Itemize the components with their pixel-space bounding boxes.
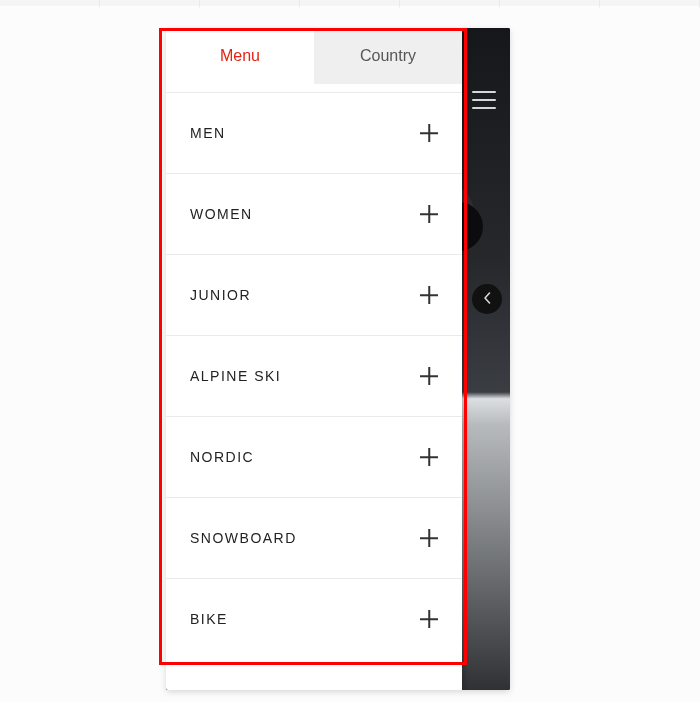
menu-list: MEN WOMEN JUNIOR ALPINE SKI NORDIC: [166, 84, 462, 690]
menu-item-men[interactable]: MEN: [166, 92, 462, 173]
top-ruler: [0, 0, 700, 8]
tab-menu[interactable]: Menu: [166, 28, 314, 84]
chevron-left-icon: [483, 290, 491, 308]
menu-item-nordic[interactable]: NORDIC: [166, 416, 462, 497]
plus-icon: [420, 529, 438, 547]
plus-icon: [420, 610, 438, 628]
slideout-menu-panel: Menu Country MEN WOMEN JUNIOR ALPINE: [166, 28, 462, 690]
hamburger-icon[interactable]: [472, 91, 496, 109]
menu-item-alpine-ski[interactable]: ALPINE SKI: [166, 335, 462, 416]
menu-item-label: ALPINE SKI: [190, 368, 281, 384]
menu-item-women[interactable]: WOMEN: [166, 173, 462, 254]
menu-item-label: NORDIC: [190, 449, 254, 465]
plus-icon: [420, 124, 438, 142]
carousel-prev-button[interactable]: [472, 284, 502, 314]
menu-tabs: Menu Country: [166, 28, 462, 84]
stage: Menu Country MEN WOMEN JUNIOR ALPINE: [0, 8, 700, 702]
menu-item-snowboard[interactable]: SNOWBOARD: [166, 497, 462, 578]
plus-icon: [420, 367, 438, 385]
menu-item-label: MEN: [190, 125, 226, 141]
menu-item-bike[interactable]: BIKE: [166, 578, 462, 659]
plus-icon: [420, 448, 438, 466]
plus-icon: [420, 205, 438, 223]
menu-item-label: WOMEN: [190, 206, 253, 222]
menu-item-label: JUNIOR: [190, 287, 251, 303]
mobile-device-frame: Menu Country MEN WOMEN JUNIOR ALPINE: [166, 28, 510, 690]
plus-icon: [420, 286, 438, 304]
menu-item-label: SNOWBOARD: [190, 530, 297, 546]
menu-item-junior[interactable]: JUNIOR: [166, 254, 462, 335]
menu-item-label: BIKE: [190, 611, 228, 627]
tab-country[interactable]: Country: [314, 28, 462, 84]
